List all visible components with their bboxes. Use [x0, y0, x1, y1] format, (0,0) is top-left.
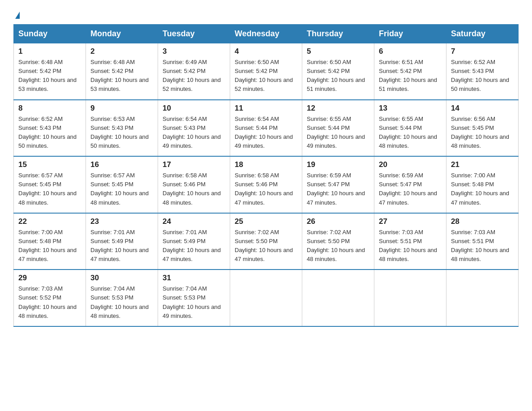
- week-row-5: 29Sunrise: 7:03 AMSunset: 5:52 PMDayligh…: [14, 270, 519, 326]
- day-number: 2: [90, 47, 153, 56]
- day-info: Sunrise: 6:52 AMSunset: 5:43 PMDaylight:…: [18, 115, 81, 151]
- day-cell: 1Sunrise: 6:48 AMSunset: 5:42 PMDaylight…: [14, 43, 86, 100]
- header-wednesday: Wednesday: [230, 25, 302, 43]
- day-info: Sunrise: 6:59 AMSunset: 5:47 PMDaylight:…: [307, 171, 369, 207]
- day-cell: 23Sunrise: 7:01 AMSunset: 5:49 PMDayligh…: [86, 213, 158, 270]
- day-cell: 21Sunrise: 7:00 AMSunset: 5:48 PMDayligh…: [446, 156, 519, 213]
- day-info: Sunrise: 7:04 AMSunset: 5:53 PMDaylight:…: [90, 284, 153, 321]
- day-number: 7: [451, 47, 514, 56]
- header-monday: Monday: [86, 25, 158, 43]
- day-number: 26: [307, 217, 369, 226]
- day-cell: 16Sunrise: 6:57 AMSunset: 5:45 PMDayligh…: [86, 156, 158, 213]
- day-number: 10: [163, 104, 225, 113]
- day-cell: [374, 270, 446, 326]
- day-number: 29: [18, 274, 81, 283]
- logo: [13, 13, 20, 20]
- day-info: Sunrise: 6:50 AMSunset: 5:42 PMDaylight:…: [307, 58, 369, 94]
- day-number: 21: [451, 160, 514, 169]
- day-number: 9: [90, 104, 153, 113]
- calendar-header-row: SundayMondayTuesdayWednesdayThursdayFrid…: [14, 25, 519, 43]
- day-cell: 3Sunrise: 6:49 AMSunset: 5:42 PMDaylight…: [158, 43, 230, 100]
- day-cell: 7Sunrise: 6:52 AMSunset: 5:43 PMDaylight…: [446, 43, 519, 100]
- day-cell: 8Sunrise: 6:52 AMSunset: 5:43 PMDaylight…: [14, 100, 86, 157]
- day-cell: 5Sunrise: 6:50 AMSunset: 5:42 PMDaylight…: [302, 43, 374, 100]
- header-saturday: Saturday: [446, 25, 519, 43]
- day-cell: 30Sunrise: 7:04 AMSunset: 5:53 PMDayligh…: [86, 270, 158, 326]
- day-number: 3: [163, 47, 225, 56]
- day-info: Sunrise: 6:54 AMSunset: 5:44 PMDaylight:…: [235, 115, 297, 151]
- day-info: Sunrise: 6:50 AMSunset: 5:42 PMDaylight:…: [235, 58, 297, 94]
- day-number: 25: [235, 217, 297, 226]
- day-info: Sunrise: 6:55 AMSunset: 5:44 PMDaylight:…: [307, 115, 369, 151]
- header-friday: Friday: [374, 25, 446, 43]
- day-info: Sunrise: 7:01 AMSunset: 5:49 PMDaylight:…: [90, 228, 153, 264]
- day-cell: 14Sunrise: 6:56 AMSunset: 5:45 PMDayligh…: [446, 100, 519, 157]
- day-cell: 6Sunrise: 6:51 AMSunset: 5:42 PMDaylight…: [374, 43, 446, 100]
- day-info: Sunrise: 6:59 AMSunset: 5:47 PMDaylight:…: [379, 171, 442, 207]
- day-info: Sunrise: 6:52 AMSunset: 5:43 PMDaylight:…: [451, 58, 514, 94]
- day-info: Sunrise: 6:58 AMSunset: 5:46 PMDaylight:…: [235, 171, 297, 207]
- day-cell: 29Sunrise: 7:03 AMSunset: 5:52 PMDayligh…: [14, 270, 86, 326]
- week-row-3: 15Sunrise: 6:57 AMSunset: 5:45 PMDayligh…: [14, 156, 519, 213]
- header-sunday: Sunday: [14, 25, 86, 43]
- day-cell: 20Sunrise: 6:59 AMSunset: 5:47 PMDayligh…: [374, 156, 446, 213]
- day-number: 23: [90, 217, 153, 226]
- day-number: 14: [451, 104, 514, 113]
- page-header: [13, 9, 519, 20]
- day-info: Sunrise: 6:48 AMSunset: 5:42 PMDaylight:…: [90, 58, 153, 94]
- week-row-1: 1Sunrise: 6:48 AMSunset: 5:42 PMDaylight…: [14, 43, 519, 100]
- logo-triangle-icon: [15, 12, 20, 19]
- day-number: 4: [235, 47, 297, 56]
- day-cell: 24Sunrise: 7:01 AMSunset: 5:49 PMDayligh…: [158, 213, 230, 270]
- day-cell: 12Sunrise: 6:55 AMSunset: 5:44 PMDayligh…: [302, 100, 374, 157]
- day-number: 16: [90, 160, 153, 169]
- day-cell: 26Sunrise: 7:02 AMSunset: 5:50 PMDayligh…: [302, 213, 374, 270]
- day-info: Sunrise: 7:03 AMSunset: 5:51 PMDaylight:…: [451, 228, 514, 264]
- day-info: Sunrise: 6:49 AMSunset: 5:42 PMDaylight:…: [163, 58, 225, 94]
- day-number: 12: [307, 104, 369, 113]
- day-cell: [230, 270, 302, 326]
- day-number: 30: [90, 274, 153, 283]
- week-row-2: 8Sunrise: 6:52 AMSunset: 5:43 PMDaylight…: [14, 100, 519, 157]
- day-number: 28: [451, 217, 514, 226]
- day-number: 11: [235, 104, 297, 113]
- day-number: 20: [379, 160, 442, 169]
- day-cell: 31Sunrise: 7:04 AMSunset: 5:53 PMDayligh…: [158, 270, 230, 326]
- day-cell: [302, 270, 374, 326]
- day-info: Sunrise: 6:58 AMSunset: 5:46 PMDaylight:…: [163, 171, 225, 207]
- day-cell: 2Sunrise: 6:48 AMSunset: 5:42 PMDaylight…: [86, 43, 158, 100]
- day-cell: 22Sunrise: 7:00 AMSunset: 5:48 PMDayligh…: [14, 213, 86, 270]
- day-cell: 13Sunrise: 6:55 AMSunset: 5:44 PMDayligh…: [374, 100, 446, 157]
- day-cell: [446, 270, 519, 326]
- day-cell: 19Sunrise: 6:59 AMSunset: 5:47 PMDayligh…: [302, 156, 374, 213]
- day-number: 1: [18, 47, 81, 56]
- day-cell: 25Sunrise: 7:02 AMSunset: 5:50 PMDayligh…: [230, 213, 302, 270]
- day-number: 27: [379, 217, 442, 226]
- day-number: 24: [163, 217, 225, 226]
- header-thursday: Thursday: [302, 25, 374, 43]
- day-info: Sunrise: 7:00 AMSunset: 5:48 PMDaylight:…: [18, 228, 81, 264]
- day-cell: 10Sunrise: 6:54 AMSunset: 5:43 PMDayligh…: [158, 100, 230, 157]
- day-number: 19: [307, 160, 369, 169]
- day-number: 6: [379, 47, 442, 56]
- day-info: Sunrise: 7:04 AMSunset: 5:53 PMDaylight:…: [163, 284, 225, 321]
- day-cell: 9Sunrise: 6:53 AMSunset: 5:43 PMDaylight…: [86, 100, 158, 157]
- day-cell: 28Sunrise: 7:03 AMSunset: 5:51 PMDayligh…: [446, 213, 519, 270]
- day-number: 18: [235, 160, 297, 169]
- day-number: 13: [379, 104, 442, 113]
- header-tuesday: Tuesday: [158, 25, 230, 43]
- day-number: 31: [163, 274, 225, 283]
- day-cell: 27Sunrise: 7:03 AMSunset: 5:51 PMDayligh…: [374, 213, 446, 270]
- day-cell: 11Sunrise: 6:54 AMSunset: 5:44 PMDayligh…: [230, 100, 302, 157]
- day-cell: 17Sunrise: 6:58 AMSunset: 5:46 PMDayligh…: [158, 156, 230, 213]
- day-info: Sunrise: 7:00 AMSunset: 5:48 PMDaylight:…: [451, 171, 514, 207]
- day-number: 15: [18, 160, 81, 169]
- day-number: 22: [18, 217, 81, 226]
- day-info: Sunrise: 6:57 AMSunset: 5:45 PMDaylight:…: [18, 171, 81, 207]
- day-info: Sunrise: 7:02 AMSunset: 5:50 PMDaylight:…: [307, 228, 369, 264]
- day-info: Sunrise: 6:51 AMSunset: 5:42 PMDaylight:…: [379, 58, 442, 94]
- day-cell: 18Sunrise: 6:58 AMSunset: 5:46 PMDayligh…: [230, 156, 302, 213]
- day-cell: 4Sunrise: 6:50 AMSunset: 5:42 PMDaylight…: [230, 43, 302, 100]
- day-info: Sunrise: 6:55 AMSunset: 5:44 PMDaylight:…: [379, 115, 442, 151]
- day-number: 5: [307, 47, 369, 56]
